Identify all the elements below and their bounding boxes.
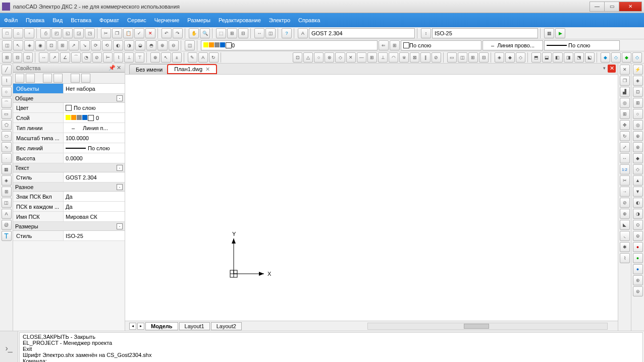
prop-dimstyle[interactable]: Стиль ISO-25 <box>13 231 125 241</box>
doc-tab-untitled[interactable]: Без имени <box>129 64 169 74</box>
new-icon[interactable]: □ <box>2 28 12 38</box>
osnap-ext[interactable]: — <box>357 52 366 63</box>
scale-icon[interactable]: ⤢ <box>620 142 630 152</box>
hscrollbar[interactable] <box>367 323 608 330</box>
el-4[interactable]: ⊞ <box>633 98 643 108</box>
tab-overflow-icon[interactable]: ▾ <box>603 66 606 71</box>
vp-2[interactable]: ◫ <box>458 52 467 63</box>
el-11[interactable]: ▲ <box>633 175 643 186</box>
tab-close-icon[interactable]: ✕ <box>205 66 210 73</box>
dim-base[interactable]: ⊥ <box>124 52 134 63</box>
menu-edit[interactable]: Правка <box>26 17 44 23</box>
panel-close-icon[interactable]: ✕ <box>117 65 123 71</box>
minimize-button[interactable]: — <box>589 2 605 12</box>
fillet-icon[interactable]: ◟ <box>620 231 630 241</box>
attdef-icon[interactable]: @ <box>2 220 12 230</box>
table-icon[interactable]: ⊞ <box>2 187 12 197</box>
print-icon[interactable]: ⎙ <box>40 28 50 38</box>
osnap-ins[interactable]: ⊞ <box>367 52 377 63</box>
pt-4[interactable] <box>53 74 63 83</box>
publish-icon[interactable]: ◲ <box>74 28 84 38</box>
prop-ltscale[interactable]: Масштаб типа ... 100.0000 <box>13 133 125 143</box>
undo-icon[interactable]: ↶ <box>162 28 172 38</box>
el-16[interactable]: ⊚ <box>633 231 643 241</box>
tb2-3[interactable]: ◈ <box>24 40 34 50</box>
prop-lineweight[interactable]: Вес линий По слою <box>13 143 125 153</box>
menu-file[interactable]: Файл <box>4 17 18 23</box>
el-6[interactable]: ◎ <box>633 120 643 130</box>
el-3[interactable]: ⊡ <box>633 87 643 97</box>
menu-modify[interactable]: Редактирование <box>219 17 261 23</box>
circle-icon[interactable]: ○ <box>2 87 12 97</box>
break-icon[interactable]: ⊘ <box>620 198 630 208</box>
menu-service[interactable]: Сервис <box>127 17 146 23</box>
tb2-8[interactable]: ↘ <box>80 40 90 50</box>
prop-layer[interactable]: Слой 0 <box>13 113 125 123</box>
osnap-node[interactable]: ⊗ <box>325 52 334 63</box>
lt-prev[interactable]: ▸ <box>137 323 144 330</box>
layer-prev-icon[interactable]: ⇐ <box>379 40 389 50</box>
prop-ucs-each[interactable]: ПСК в каждом ... Да <box>13 202 125 212</box>
iso-sw[interactable]: ◆ <box>601 52 610 63</box>
dim-2[interactable]: ⊟ <box>13 52 22 63</box>
lineweight-select[interactable]: По слою <box>544 40 620 50</box>
explode-icon[interactable]: ✱ <box>620 242 630 252</box>
textstyle-icon[interactable]: A <box>298 28 308 38</box>
layout-1[interactable]: Layout1 <box>179 322 210 330</box>
dim-cont[interactable]: ⊤ <box>135 52 144 63</box>
el-9[interactable]: ◆ <box>633 153 643 163</box>
osnap-app[interactable]: ⊠ <box>410 52 419 63</box>
preview-icon[interactable]: ◰ <box>51 28 62 38</box>
linetype-select[interactable]: – Линия прово... <box>482 40 543 50</box>
section-misc[interactable]: Разное- <box>13 183 125 192</box>
color-select[interactable]: По слою <box>401 40 481 50</box>
osnap-end[interactable]: ⊡ <box>293 52 302 63</box>
export-icon[interactable]: ◳ <box>85 28 95 38</box>
vp-4[interactable]: ⊟ <box>479 52 489 63</box>
el-13[interactable]: ◐ <box>633 198 643 208</box>
cut-icon[interactable]: ✂ <box>101 28 111 38</box>
dim-tol[interactable]: ± <box>172 52 182 63</box>
line-icon[interactable]: ╱ <box>2 65 12 75</box>
3d-3[interactable]: ◇ <box>516 52 525 63</box>
match-icon[interactable]: ✓ <box>134 28 144 38</box>
tb2-6[interactable]: ⊞ <box>58 40 68 50</box>
prop-color[interactable]: Цвет По слою <box>13 103 125 113</box>
osnap-near[interactable]: ※ <box>399 52 409 63</box>
dimstyle-select[interactable]: ISO-25 <box>432 28 538 38</box>
menu-help[interactable]: Справка <box>298 17 320 23</box>
plot-icon[interactable]: ◱ <box>63 28 73 38</box>
trim-icon[interactable]: ✂ <box>620 175 630 186</box>
view-left[interactable]: ◧ <box>553 52 562 63</box>
tb2-10[interactable]: ⟲ <box>102 40 112 50</box>
ellipse-icon[interactable]: ⬭ <box>2 131 12 141</box>
mtext-icon[interactable]: A <box>2 209 12 219</box>
iso-nw[interactable]: ◇ <box>632 52 642 63</box>
view-right[interactable]: ◨ <box>564 52 573 63</box>
section-dims[interactable]: Размеры- <box>13 222 125 231</box>
close-button[interactable]: ✕ <box>619 2 642 12</box>
menu-insert[interactable]: Вставка <box>71 17 91 23</box>
dim-arc[interactable]: ⌒ <box>71 52 81 63</box>
tb2-7[interactable]: ↗ <box>69 40 79 50</box>
el-19[interactable]: ● <box>633 264 643 274</box>
paste-icon[interactable]: 📋 <box>123 28 133 38</box>
layout-2[interactable]: Layout2 <box>211 322 242 330</box>
tb2-12[interactable]: ◑ <box>124 40 134 50</box>
copy-icon[interactable]: ❐ <box>112 28 122 38</box>
section-text[interactable]: Текст- <box>13 163 125 172</box>
area-icon[interactable]: ◫ <box>265 28 276 38</box>
el-5[interactable]: ○ <box>633 109 643 119</box>
dim-3[interactable]: ⊡ <box>23 52 33 63</box>
el-7[interactable]: ⊕ <box>633 131 643 141</box>
el-10[interactable]: ◇ <box>633 164 643 174</box>
section-general[interactable]: Общие- <box>13 94 125 103</box>
el-8[interactable]: ⊗ <box>633 142 643 152</box>
pt-5[interactable] <box>71 74 80 83</box>
layer-manager-icon[interactable]: ◫ <box>185 40 195 50</box>
tb2-5[interactable]: ⊡ <box>46 40 57 50</box>
zoom-extents-icon[interactable]: ⊞ <box>227 28 237 38</box>
block-icon[interactable]: ◫ <box>2 198 12 208</box>
prop-objects[interactable]: Объекты Нет набора <box>13 84 125 94</box>
copy2-icon[interactable]: ❐ <box>620 76 630 86</box>
